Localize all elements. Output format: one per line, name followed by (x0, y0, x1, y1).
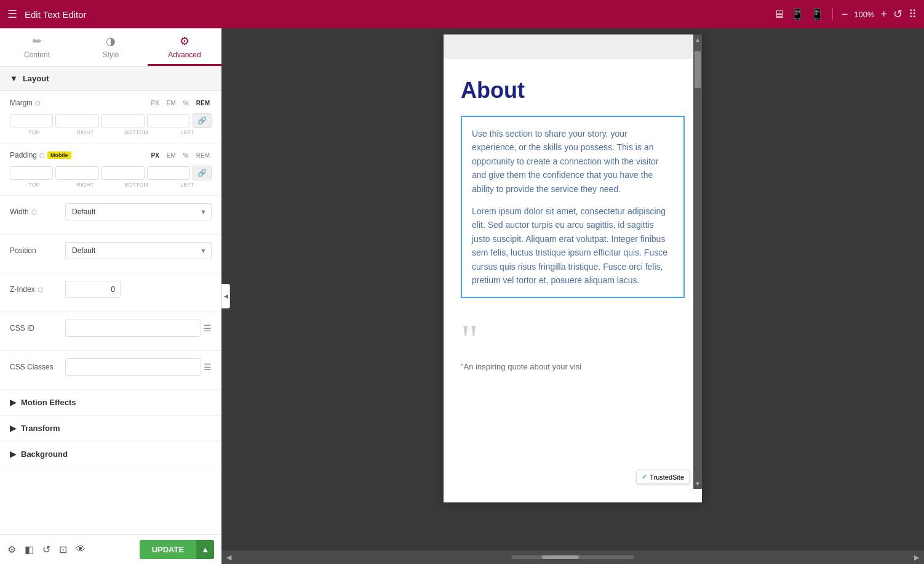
settings-icon[interactable]: ⚙ (7, 544, 16, 555)
advanced-tab-icon: ⚙ (180, 34, 189, 48)
history-icon[interactable]: ↺ (42, 544, 50, 555)
eye-icon[interactable]: 👁 (76, 544, 86, 555)
padding-link-btn[interactable]: 🔗 (193, 166, 212, 180)
grid-icon[interactable]: ⠿ (909, 7, 917, 21)
padding-left-label: LEFT (163, 182, 212, 188)
css-classes-row: CSS Classes ☰ (10, 358, 212, 376)
css-classes-section: CSS Classes ☰ (0, 351, 221, 390)
padding-bottom-wrap (102, 166, 145, 180)
layout-section-header[interactable]: ▼ Layout (0, 66, 221, 91)
layout-section-label: Layout (23, 74, 49, 83)
layers-icon[interactable]: ◧ (25, 544, 34, 555)
padding-right-label: RIGHT (61, 182, 110, 188)
hamburger-icon[interactable]: ☰ (7, 7, 17, 21)
margin-quad-row: 🔗 (10, 113, 212, 128)
motion-effects-section[interactable]: ▶ Motion Effects (0, 390, 221, 416)
padding-unit-pct[interactable]: % (181, 151, 191, 159)
padding-unit-rem[interactable]: REM (194, 151, 212, 159)
desktop-icon[interactable]: 🖥 (773, 8, 784, 21)
zoom-in-btn[interactable]: + (880, 8, 887, 21)
left-collapse-handle[interactable]: ◀ (221, 284, 230, 308)
position-section: Position Default Absolute Fixed ▼ (0, 235, 221, 273)
css-id-stack-icon[interactable]: ☰ (204, 323, 212, 333)
nav-arrow-left-icon[interactable]: ◀ (226, 554, 231, 562)
margin-unit-px[interactable]: PX (149, 99, 161, 107)
vscroll-thumb-wrap (693, 45, 702, 478)
text-box[interactable]: Use this section to share your story, yo… (461, 116, 685, 298)
update-button[interactable]: UPDATE (140, 540, 196, 559)
css-classes-input-wrap: ☰ (65, 358, 212, 376)
margin-top-input[interactable] (10, 114, 53, 127)
margin-left-input[interactable] (147, 114, 190, 127)
text-paragraph-1: Use this section to share your story, yo… (472, 127, 674, 196)
bottom-bar: ⚙ ◧ ↺ ⊡ 👁 UPDATE ▲ (0, 534, 221, 564)
canvas-top-bar (444, 34, 702, 59)
vscroll-up-icon[interactable]: ▲ (695, 34, 701, 45)
margin-unit-rem[interactable]: REM (194, 99, 212, 107)
quote-marks: " (461, 323, 685, 357)
canvas-vscroll[interactable]: ▲ ▼ (693, 34, 702, 489)
margin-right-label: RIGHT (61, 129, 110, 135)
canvas-scrollbar-wrap (221, 555, 924, 559)
top-bar-right: 🖥 📱 📱 − 100% + ↺ ⠿ (773, 7, 917, 21)
margin-bottom-wrap (102, 114, 145, 127)
mobile-icon[interactable]: 📱 (810, 7, 824, 21)
zoom-out-btn[interactable]: − (842, 8, 848, 21)
tablet-icon[interactable]: 📱 (791, 7, 804, 21)
css-id-input[interactable] (65, 320, 201, 337)
css-classes-input[interactable] (65, 358, 201, 376)
padding-bottom-input[interactable] (102, 166, 145, 180)
transform-section[interactable]: ▶ Transform (0, 416, 221, 441)
refresh-icon[interactable]: ↺ (893, 7, 902, 21)
width-select[interactable]: Default Full Width Custom (65, 203, 212, 220)
motion-effects-label: Motion Effects (21, 398, 76, 407)
padding-top-input[interactable] (10, 166, 53, 180)
padding-left-input[interactable] (147, 166, 190, 180)
padding-bottom-label: BOTTOM (112, 182, 161, 188)
margin-section: Margin ⬡ PX EM % REM (0, 91, 221, 143)
width-label: Width ⬡ (10, 207, 65, 216)
position-select[interactable]: Default Absolute Fixed (65, 242, 212, 259)
quote-text: "An inspiring quote about your visi (461, 362, 685, 371)
nav-arrow-right-icon[interactable]: ▶ (914, 554, 919, 562)
margin-bottom-label: BOTTOM (112, 129, 161, 135)
css-id-label: CSS ID (10, 324, 65, 332)
vscroll-down-icon[interactable]: ▼ (695, 478, 701, 489)
canvas-area: ◀ About Use this section to share your s… (221, 28, 924, 564)
tab-style[interactable]: ◑ Style (74, 28, 148, 66)
padding-unit-px[interactable]: PX (149, 151, 161, 159)
update-arrow-button[interactable]: ▲ (196, 540, 214, 559)
canvas-scrollbar[interactable] (511, 555, 634, 559)
about-title: About (461, 78, 685, 103)
preview-icon[interactable]: ⊡ (59, 544, 67, 555)
padding-label-wrap: Padding ⬡ Mobile (10, 151, 71, 159)
background-section[interactable]: ▶ Background (0, 441, 221, 467)
css-id-row: CSS ID ☰ (10, 320, 212, 337)
width-select-wrap: Default Full Width Custom ▼ (65, 203, 212, 220)
width-section: Width ⬡ Default Full Width Custom ▼ (0, 196, 221, 235)
margin-left-label: LEFT (163, 129, 212, 135)
css-id-section: CSS ID ☰ (0, 312, 221, 351)
width-responsive-icon: ⬡ (31, 209, 37, 216)
tab-content[interactable]: ✏ Content (0, 28, 74, 66)
css-classes-stack-icon[interactable]: ☰ (204, 362, 212, 372)
tab-advanced-label: Advanced (168, 50, 201, 59)
margin-unit-pct[interactable]: % (181, 99, 191, 107)
position-label: Position (10, 246, 65, 255)
tab-advanced[interactable]: ⚙ Advanced (148, 28, 221, 66)
style-tab-icon: ◑ (106, 34, 116, 48)
margin-link-btn[interactable]: 🔗 (193, 113, 212, 128)
zoom-level: 100% (854, 10, 874, 19)
padding-unit-em[interactable]: EM (165, 151, 178, 159)
margin-bottom-input[interactable] (102, 114, 145, 127)
margin-right-input[interactable] (55, 114, 98, 127)
margin-responsive-icon: ⬡ (35, 100, 41, 107)
css-id-input-wrap: ☰ (65, 320, 212, 337)
margin-unit-em[interactable]: EM (165, 99, 178, 107)
padding-right-input[interactable] (55, 166, 98, 180)
transform-chevron-icon: ▶ (10, 424, 16, 433)
padding-quad-row: 🔗 (10, 166, 212, 180)
tab-style-label: Style (103, 50, 119, 59)
margin-left-wrap (147, 114, 190, 127)
zindex-input[interactable] (65, 281, 121, 298)
